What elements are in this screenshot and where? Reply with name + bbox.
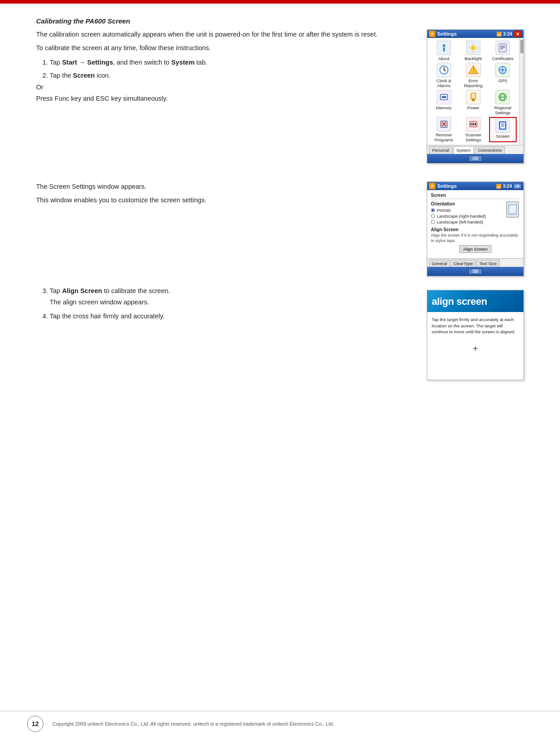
backlight-label: Backlight (465, 56, 482, 61)
win-title-right: 📶 3:24 ✕ (496, 31, 522, 37)
windows-logo-icon-2: ✦ (429, 183, 435, 189)
close-button[interactable]: ✕ (513, 31, 522, 37)
scrollbar-thumb (520, 40, 523, 53)
screen-para2: This window enables you to customize the… (36, 195, 418, 205)
settings-item-about[interactable]: About (430, 41, 457, 61)
svg-rect-7 (499, 44, 506, 52)
win-tabs: Personal System Connections (427, 145, 523, 154)
or-text: Or (36, 84, 418, 91)
screen-settings-win: ✦ Settings 📶 3:24 ok Screen (427, 182, 524, 276)
bold-settings: Settings (87, 59, 113, 66)
settings-item-power[interactable]: Power (459, 90, 487, 115)
radio-landscape-lh[interactable]: Landscape (left-handed) (431, 219, 520, 224)
keyboard-icon-2[interactable]: ⌨ (468, 268, 482, 275)
settings-item-regional[interactable]: Regional Settings (489, 90, 517, 115)
certificates-icon (495, 41, 510, 55)
svg-point-19 (502, 69, 504, 71)
scrollbar-vertical[interactable] (519, 38, 523, 145)
svg-text:!: ! (473, 69, 474, 74)
settings-item-backlight[interactable]: Backlight (459, 41, 487, 61)
certificates-label: Certificates (492, 56, 514, 61)
step34-section: Tap Align Screen to calibrate the screen… (36, 285, 524, 380)
align-section-title: Align Screen (431, 227, 520, 232)
bold-start: Start (62, 59, 77, 66)
screen-body: Screen Orientation Portrait (427, 190, 523, 258)
step-2: Tap the Screen icon. (50, 70, 418, 81)
screen-icon (495, 118, 510, 133)
crosshair-symbol: + (432, 344, 519, 354)
settings-grid-wrap: About Backlight (427, 38, 519, 145)
error-reporting-label: Error Reporting (459, 78, 487, 88)
portrait-icon (506, 201, 519, 218)
settings-item-memory[interactable]: Memory (430, 90, 457, 115)
keyboard-bar: ⌨ (427, 154, 523, 163)
win-title-left: ✦ Settings (429, 31, 457, 37)
align-screen-button[interactable]: Align Screen (459, 245, 492, 253)
landscape-lh-label: Landscape (left-handed) (437, 219, 483, 224)
scanner-icon (466, 117, 481, 131)
svg-point-0 (443, 44, 445, 47)
red-top-bar (0, 0, 560, 4)
screen-time: 3:24 (503, 184, 512, 189)
page-number: 12 (27, 716, 43, 732)
remove-icon (437, 117, 451, 131)
radio-portrait-circle (431, 208, 435, 212)
para1: The calibration screen automatically app… (36, 29, 418, 39)
remove-label: Remove Programs (430, 132, 457, 142)
step-1: Tap Start → Settings, and then switch to… (50, 57, 418, 68)
scanner-label: Scanner Settings (459, 132, 487, 142)
screen-para1: The Screen Settings window appears. (36, 182, 418, 191)
screen-body-wrap: Orientation Portrait Landscape (right-ha… (431, 201, 520, 253)
ok-button[interactable]: ok (513, 183, 522, 189)
align-instructions: Tap the target firmly and accurately at … (432, 317, 519, 335)
tab-system[interactable]: System (453, 146, 474, 154)
windows-logo-icon: ✦ (429, 31, 435, 37)
step4-text: Tap the cross hair firmly and accurately… (50, 312, 164, 320)
steps-list: Tap Start → Settings, and then switch to… (36, 57, 418, 81)
bold-screen: Screen (73, 72, 95, 79)
intro-left: The calibration screen automatically app… (36, 29, 418, 107)
memory-label: Memory (436, 105, 452, 110)
svg-rect-23 (472, 98, 475, 101)
settings-item-error[interactable]: ! Error Reporting (459, 63, 487, 88)
screen-label: Screen (496, 134, 509, 139)
align-win-body: Tap the target firmly and accurately at … (427, 312, 523, 380)
steps-34: Tap Align Screen to calibrate the screen… (36, 285, 418, 322)
second-section: The Screen Settings window appears. This… (36, 182, 524, 276)
screen-win-title-text: Settings (437, 183, 457, 189)
svg-rect-39 (509, 205, 516, 213)
step34-right: align screen Tap the target firmly and a… (427, 285, 524, 380)
svg-rect-37 (501, 123, 504, 127)
align-desc: Align the screen if it is not responding… (431, 233, 520, 243)
tab-cleartype[interactable]: ClearType (451, 260, 476, 267)
screen-left: The Screen Settings window appears. This… (36, 182, 418, 276)
bold-system: System (171, 59, 195, 66)
backlight-icon (466, 41, 481, 55)
settings-item-clock[interactable]: Clock & Alarms (430, 63, 457, 88)
tab-connections[interactable]: Connections (475, 146, 505, 154)
settings-item-remove[interactable]: Remove Programs (430, 117, 457, 142)
settings-item-screen[interactable]: Screen (489, 117, 517, 142)
landscape-rh-label: Landscape (right-handed) (437, 214, 486, 219)
copyright-text: Copyright 2009 unitech Electronics Co., … (52, 721, 334, 727)
tab-general[interactable]: General (429, 260, 450, 267)
step-4: Tap the cross hair firmly and accurately… (50, 311, 418, 322)
section-title: Calibrating the PA600 Screen (36, 17, 524, 25)
align-win-title: align screen (432, 296, 519, 308)
radio-llh-circle (431, 220, 435, 224)
tab-personal[interactable]: Personal (429, 146, 453, 154)
about-icon (437, 41, 451, 55)
antenna-icon: 📶 (496, 184, 501, 189)
regional-icon (495, 90, 510, 104)
footer: 12 Copyright 2009 unitech Electronics Co… (0, 711, 560, 732)
settings-item-scanner[interactable]: Scanner Settings (459, 117, 487, 142)
gps-icon (495, 63, 510, 77)
settings-item-certificates[interactable]: Certificates (489, 41, 517, 61)
win-title-text: Settings (437, 31, 457, 37)
keyboard-icon[interactable]: ⌨ (468, 155, 482, 162)
clock-label: Clock & Alarms (430, 78, 457, 88)
intro-section: The calibration screen automatically app… (36, 29, 524, 163)
regional-label: Regional Settings (489, 105, 517, 115)
settings-item-gps[interactable]: GPS (489, 63, 517, 88)
tab-textsize[interactable]: Text Size (476, 260, 499, 267)
